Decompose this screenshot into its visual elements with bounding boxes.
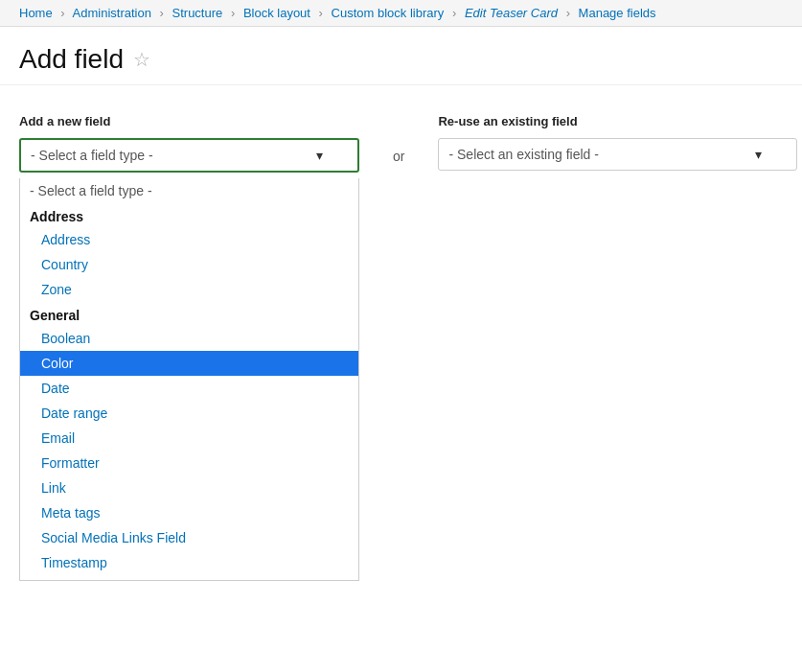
breadcrumb-sep-6: › <box>566 6 570 20</box>
dropdown-item-formatter[interactable]: Formatter <box>20 451 358 475</box>
page-header: Add field ☆ <box>0 27 802 85</box>
breadcrumb-admin[interactable]: Administration <box>73 6 151 20</box>
dropdown-item-zone[interactable]: Zone <box>20 277 358 302</box>
field-type-select-value: - Select a field type - <box>31 148 153 163</box>
breadcrumb-sep-2: › <box>160 6 164 20</box>
add-new-field-col: Add a new field - Select a field type - … <box>19 114 359 581</box>
breadcrumb-custom-block-library[interactable]: Custom block library <box>332 6 445 20</box>
dropdown-item-country[interactable]: Country <box>20 252 358 277</box>
dropdown-group-general: General <box>20 302 358 326</box>
breadcrumb-sep-3: › <box>231 6 235 20</box>
breadcrumb-structure[interactable]: Structure <box>172 6 223 20</box>
dropdown-item-meta-tags[interactable]: Meta tags <box>20 500 358 525</box>
dropdown-item-timestamp[interactable]: Timestamp <box>20 550 358 575</box>
dropdown-group-number: Number <box>20 575 358 581</box>
breadcrumb-edit-teaser-card[interactable]: Edit Teaser Card <box>465 6 558 20</box>
favorite-icon[interactable]: ☆ <box>133 48 150 71</box>
or-separator: or <box>378 149 419 164</box>
breadcrumb: Home › Administration › Structure › Bloc… <box>0 0 802 27</box>
reuse-field-col: Re-use an existing field - Select an exi… <box>438 114 797 171</box>
chevron-down-icon-right: ▾ <box>755 147 762 162</box>
field-type-select-wrapper[interactable]: - Select a field type - ▾ <box>19 138 359 173</box>
main-content: Add a new field - Select a field type - … <box>0 85 802 610</box>
field-type-dropdown[interactable]: - Select a field type - Address Address … <box>19 178 359 581</box>
dropdown-item-link[interactable]: Link <box>20 475 358 500</box>
page-title: Add field ☆ <box>19 44 783 75</box>
chevron-down-icon: ▾ <box>316 148 323 163</box>
dropdown-item-boolean[interactable]: Boolean <box>20 326 358 351</box>
dropdown-item-date-range[interactable]: Date range <box>20 401 358 426</box>
breadcrumb-sep-4: › <box>319 6 323 20</box>
add-new-field-label: Add a new field <box>19 114 359 128</box>
reuse-field-label: Re-use an existing field <box>438 114 797 128</box>
dropdown-placeholder-item[interactable]: - Select a field type - <box>20 178 358 203</box>
breadcrumb-home[interactable]: Home <box>19 6 53 20</box>
dropdown-item-social-media[interactable]: Social Media Links Field <box>20 525 358 550</box>
fields-row: Add a new field - Select a field type - … <box>19 114 783 581</box>
breadcrumb-sep-1: › <box>60 6 64 20</box>
field-type-select-trigger[interactable]: - Select a field type - ▾ <box>19 138 359 173</box>
dropdown-item-date[interactable]: Date <box>20 376 358 401</box>
breadcrumb-sep-5: › <box>452 6 456 20</box>
existing-field-select-value: - Select an existing field - <box>448 147 598 162</box>
dropdown-item-color[interactable]: Color <box>20 351 358 376</box>
dropdown-group-address: Address <box>20 203 358 227</box>
breadcrumb-block-layout[interactable]: Block layout <box>243 6 310 20</box>
existing-field-select-wrapper[interactable]: - Select an existing field - ▾ <box>438 138 797 171</box>
dropdown-item-email[interactable]: Email <box>20 426 358 451</box>
dropdown-item-address[interactable]: Address <box>20 227 358 252</box>
breadcrumb-manage-fields[interactable]: Manage fields <box>579 6 656 20</box>
existing-field-select-trigger[interactable]: - Select an existing field - ▾ <box>438 138 797 171</box>
